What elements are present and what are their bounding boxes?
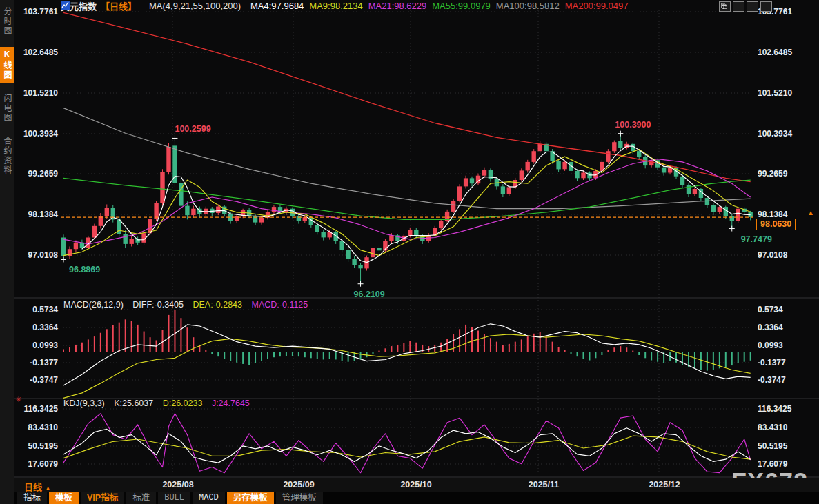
ma-value-readout: MA4:97.9684 — [250, 1, 304, 11]
bottom-tab-模板[interactable]: 模板 — [49, 492, 79, 504]
chart-canvas[interactable] — [0, 0, 819, 504]
bottom-tab-BULL[interactable]: BULL — [158, 492, 190, 504]
extreme-plus-marker — [729, 226, 735, 232]
kdj-d-value: D:26.0233 — [163, 399, 203, 408]
main-axis-label-left: 99.2659 — [15, 170, 58, 178]
macd-panel-header: MACD(26,12,9) DIFF:-0.3405 DEA:-0.2843 M… — [63, 300, 315, 310]
x-axis-row: 日线▲ 2025/082025/092025/102025/112025/12 — [14, 478, 819, 492]
kdj-axis-label-right: 50.5195 — [758, 442, 787, 450]
axis-expand-left-icon[interactable] — [733, 1, 744, 12]
macd-diff-value: DIFF:-0.3405 — [132, 300, 184, 310]
sidebar-tab-K线图[interactable]: K线图 — [0, 47, 14, 83]
indicator-settings-icon[interactable]: ✳ — [15, 395, 21, 404]
bottom-tab-标准[interactable]: 标准 — [126, 492, 156, 504]
main-axis-label-right: 102.6485 — [758, 48, 792, 57]
macd-title: MACD(26,12,9) — [63, 300, 124, 310]
main-axis-label-left: 102.6485 — [15, 48, 58, 57]
kdj-panel-header: KDJ(9,3,3) K:25.6037 D:26.0233 J:24.7645 — [63, 399, 257, 408]
last-price-badge: 98.0630 — [756, 219, 796, 230]
macd-dea-value: DEA:-0.2843 — [193, 300, 242, 310]
trading-app-window: 分时图K线图闪电图合约资料 美元指数 【日线】 MA(4,9,21,55,100… — [0, 0, 819, 504]
price-annotation: 96.8869 — [69, 265, 100, 274]
main-axis-label-right: 97.0108 — [758, 251, 787, 259]
x-axis-month-label: 2025/09 — [283, 480, 314, 490]
bottom-toolbar: 指标模板VIP指标标准BULLMACD另存模板管理模板 — [14, 492, 819, 504]
macd-axis-label-left: 0.5734 — [15, 305, 58, 314]
chart-header: 美元指数 【日线】 MA(4,9,21,55,100,200) MA4:97.9… — [61, 1, 628, 11]
macd-axis-label-left: 0.0993 — [15, 341, 58, 350]
main-axis-label-left: 97.0108 — [15, 251, 58, 259]
extreme-plus-marker — [358, 281, 364, 287]
main-axis-label-left: 98.1384 — [15, 210, 58, 219]
macd-axis-label-right: -0.3747 — [758, 376, 786, 384]
ma-value-readout: MA21:98.6229 — [368, 1, 427, 11]
kdj-axis-label-right: 17.6079 — [758, 460, 787, 468]
ma-values: MA4:97.9684MA9:98.2134MA21:98.6229MA55:9… — [245, 1, 628, 11]
main-axis-label-right: 100.3934 — [758, 130, 792, 138]
ma-value-readout: MA200:99.0497 — [565, 1, 629, 11]
extreme-plus-marker — [61, 256, 66, 262]
macd-axis-label-right: 0.5734 — [758, 305, 783, 314]
period-tag: 【日线】 — [101, 0, 137, 12]
bottom-tab-管理模板[interactable]: 管理模板 — [276, 492, 323, 504]
price-annotation: 96.2109 — [354, 290, 385, 299]
macd-axis-label-left: -0.1377 — [15, 359, 58, 367]
ma-value-readout: MA9:98.2134 — [309, 1, 362, 11]
kdj-j-line — [63, 414, 751, 473]
kdj-axis-label-right: 83.4310 — [758, 423, 787, 432]
main-axis-label-left: 103.7761 — [15, 8, 58, 16]
x-axis-month-label: 2025/11 — [529, 480, 560, 490]
price-up-arrow-icon: ▲ — [807, 209, 814, 216]
chart-toolbar-icons — [719, 1, 772, 12]
kdj-k-value: K:25.6037 — [114, 399, 153, 408]
kdj-axis-label-left: 116.3425 — [15, 405, 58, 413]
x-axis-month-label: 2025/12 — [649, 480, 680, 490]
main-axis-label-right: 98.1384 — [758, 210, 787, 219]
bottom-tab-VIP指标[interactable]: VIP指标 — [81, 492, 124, 504]
macd-macd-value: MACD:-0.1125 — [252, 300, 308, 310]
sidebar-tab-闪电图[interactable]: 闪电图 — [0, 91, 14, 125]
kdj-title: KDJ(9,3,3) — [63, 399, 105, 408]
kdj-axis-label-left: 50.5195 — [15, 442, 58, 450]
extreme-plus-marker — [618, 131, 623, 137]
x-axis-month-label: 2025/10 — [400, 480, 431, 490]
ma-value-readout: MA100:98.5812 — [496, 1, 560, 11]
price-annotation: 100.3900 — [615, 120, 651, 130]
macd-axis-label-right: 0.3364 — [758, 323, 783, 332]
ma-value-readout: MA55:99.0979 — [432, 1, 491, 11]
main-axis-label-right: 99.2659 — [758, 170, 787, 178]
main-axis-label-right: 101.5210 — [758, 89, 792, 97]
kdj-j-value: J:24.7645 — [212, 399, 250, 408]
bottom-tab-另存模板[interactable]: 另存模板 — [227, 492, 274, 504]
triangle-up-icon: ▲ — [45, 485, 51, 492]
kdj-axis-label-left: 17.6079 — [15, 460, 58, 468]
sidebar-tab-合约资料[interactable]: 合约资料 — [0, 134, 14, 178]
main-axis-label-left: 100.3934 — [15, 130, 58, 138]
macd-dea-line — [63, 334, 751, 399]
kdj-axis-label-right: 116.3425 — [758, 405, 791, 413]
price-annotation: 97.7479 — [741, 234, 772, 244]
macd-axis-label-right: -0.1377 — [758, 359, 786, 367]
sidebar-tab-分时图[interactable]: 分时图 — [0, 4, 14, 39]
shift-right-icon[interactable] — [760, 1, 772, 12]
macd-axis-label-right: 0.0993 — [758, 341, 783, 350]
extreme-plus-marker — [172, 135, 177, 141]
sidebar: 分时图K线图闪电图合约资料 — [0, 0, 14, 504]
macd-axis-label-left: -0.3747 — [15, 376, 58, 384]
bottom-tab-指标[interactable]: 指标 — [17, 492, 47, 504]
ma-group-label: MA(4,9,21,55,100,200) — [149, 1, 241, 11]
bottom-tab-MACD[interactable]: MACD — [193, 492, 225, 504]
main-axis-label-left: 101.5210 — [15, 89, 58, 97]
macd-axis-label-left: 0.3364 — [15, 323, 58, 332]
axis-expand-right-icon[interactable] — [747, 1, 758, 12]
x-axis-month-label: 2025/08 — [162, 480, 193, 490]
kdj-axis-label-left: 83.4310 — [15, 423, 58, 432]
price-annotation: 100.2599 — [175, 124, 210, 134]
